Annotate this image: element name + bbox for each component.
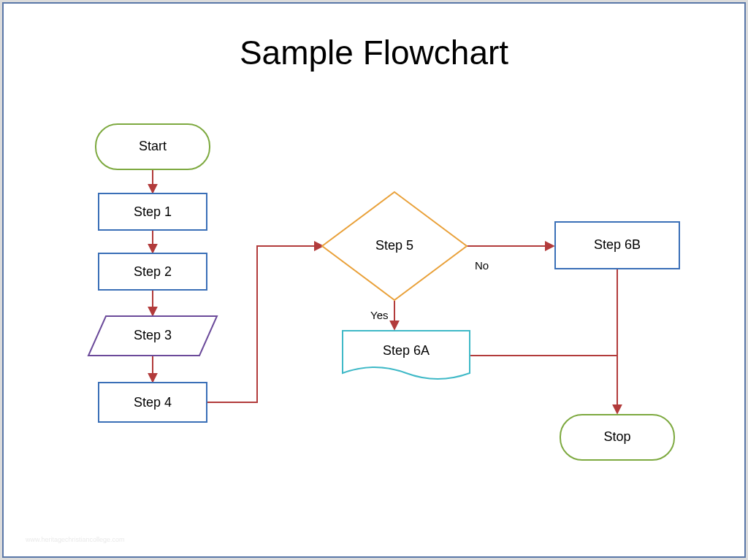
slide-frame: Sample Flowchart <box>2 2 746 558</box>
label-step2: Step 2 <box>99 264 207 280</box>
shape-layer <box>12 12 736 548</box>
label-step3: Step 3 <box>99 328 207 343</box>
label-start: Start <box>96 139 210 154</box>
label-stop: Stop <box>560 429 674 445</box>
footer-watermark: www.heritagechristiancollege.com <box>26 536 125 543</box>
label-step4: Step 4 <box>99 395 207 410</box>
label-step1: Step 1 <box>99 204 207 220</box>
label-edge-yes: Yes <box>370 309 388 321</box>
slide-canvas: Sample Flowchart <box>12 12 736 548</box>
label-step5: Step 5 <box>322 238 467 253</box>
label-step6b: Step 6B <box>555 237 679 253</box>
label-step6a: Step 6A <box>343 343 470 358</box>
label-edge-no: No <box>475 259 489 272</box>
